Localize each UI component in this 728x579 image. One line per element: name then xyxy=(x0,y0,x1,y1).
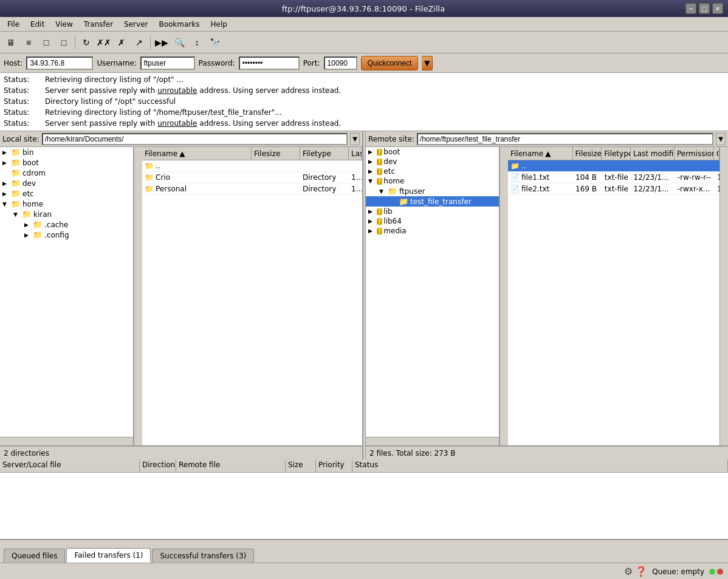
tree-arrow-etc[interactable]: ▶ xyxy=(2,191,11,197)
tree-arrow-remote-media[interactable]: ▶ xyxy=(368,228,377,234)
queue-col-size[interactable]: Size xyxy=(286,459,316,472)
menu-file[interactable]: File xyxy=(2,19,24,30)
toolbar-toggle-remote[interactable]: □ xyxy=(55,34,72,51)
menu-transfer[interactable]: Transfer xyxy=(79,19,118,30)
toolbar-syncbrowse[interactable]: ↕ xyxy=(188,34,205,51)
toolbar-sitemanager[interactable]: 🖥 xyxy=(2,34,19,51)
local-file-row-personal[interactable]: 📁 Personal Directory 12/23/19 21:41... xyxy=(142,183,362,195)
remote-tree-etc[interactable]: ▶ ? etc xyxy=(366,166,499,176)
tree-item-cdrom[interactable]: ▶ 📁 cdrom xyxy=(0,168,133,178)
tab-queued-files[interactable]: Queued files xyxy=(4,549,65,563)
tree-arrow-remote-ftpuser[interactable]: ▼ xyxy=(379,188,388,194)
menu-bookmarks[interactable]: Bookmarks xyxy=(154,19,204,30)
toolbar-filefilter[interactable]: 🔍 xyxy=(171,34,188,51)
local-col-lastmod[interactable]: Last modified xyxy=(349,147,362,160)
remote-tree-testfiletransfer[interactable]: ▼ 📁 test_file_transfer xyxy=(366,196,499,207)
remote-file-vscroll[interactable] xyxy=(719,147,728,445)
tree-arrow-remote-home[interactable]: ▼ xyxy=(368,178,377,184)
tree-arrow-remote-lib[interactable]: ▶ xyxy=(368,208,377,214)
local-col-filetype[interactable]: Filetype xyxy=(300,147,349,160)
remote-tree-label-boot: boot xyxy=(383,148,400,156)
tree-arrow-config[interactable]: ▶ xyxy=(24,232,33,238)
maximize-button[interactable]: □ xyxy=(699,3,710,14)
host-input[interactable] xyxy=(26,57,93,70)
toolbar-toggle-log[interactable]: ≡ xyxy=(20,34,37,51)
tree-item-boot[interactable]: ▶ 📁 boot xyxy=(0,157,133,168)
quickconnect-dropdown[interactable]: ▼ xyxy=(422,56,433,70)
remote-site-input[interactable] xyxy=(417,133,713,145)
local-site-dropdown[interactable]: ▼ xyxy=(350,133,360,145)
queue-col-server[interactable]: Server/Local file xyxy=(0,459,140,472)
tree-arrow-boot[interactable]: ▶ xyxy=(2,160,11,166)
menu-edit[interactable]: Edit xyxy=(26,19,49,30)
tree-item-cache[interactable]: ▶ 📁 .cache xyxy=(0,219,133,230)
tree-arrow-cache[interactable]: ▶ xyxy=(24,222,33,228)
toolbar-toggle-local[interactable]: □ xyxy=(38,34,55,51)
toolbar-dircompare[interactable]: 🔭 xyxy=(206,34,223,51)
tab-successful-transfers[interactable]: Successful transfers (3) xyxy=(152,549,254,563)
username-input[interactable] xyxy=(140,57,195,70)
local-file-row-parent[interactable]: 📁 .. xyxy=(142,160,362,172)
remote-tree-home[interactable]: ▼ ? home xyxy=(366,176,499,186)
local-site-input[interactable] xyxy=(42,133,348,145)
remote-tree-dev[interactable]: ▶ ? dev xyxy=(366,157,499,166)
toolbar-cancel-all[interactable]: ✗✗ xyxy=(95,34,112,51)
remote-tree-media[interactable]: ▶ ? media xyxy=(366,226,499,236)
quickconnect-button[interactable]: Quickconnect xyxy=(361,56,419,70)
remote-file-row-file2[interactable]: 📄 file2.txt 169 B txt-file 12/23/19 12..… xyxy=(508,183,719,195)
remote-tree-lib64[interactable]: ▶ ? lib64 xyxy=(366,216,499,226)
password-input[interactable] xyxy=(239,57,300,70)
remote-tree-boot[interactable]: ▶ ? boot xyxy=(366,147,499,157)
tree-arrow-remote-lib64[interactable]: ▶ xyxy=(368,218,377,224)
help-circle-icon[interactable]: ❓ xyxy=(635,566,647,577)
menu-server[interactable]: Server xyxy=(119,19,153,30)
tree-arrow-remote-etc[interactable]: ▶ xyxy=(368,168,377,174)
tree-item-dev[interactable]: ▶ 📁 dev xyxy=(0,178,133,188)
remote-tree-vscroll[interactable] xyxy=(500,147,508,445)
toolbar-processingqueue[interactable]: ▶▶ xyxy=(153,34,170,51)
close-button[interactable]: ✕ xyxy=(712,3,723,14)
local-tree-hscroll[interactable] xyxy=(0,437,133,445)
queue-col-status[interactable]: Status xyxy=(352,459,728,472)
tree-item-etc[interactable]: ▶ 📁 etc xyxy=(0,188,133,199)
remote-col-lastmod[interactable]: Last modified xyxy=(631,147,675,160)
tree-arrow-kiran[interactable]: ▼ xyxy=(13,211,22,218)
local-col-filesize[interactable]: Filesize xyxy=(252,147,300,160)
folder-icon-dev: 📁 xyxy=(11,179,21,188)
remote-col-filetype[interactable]: Filetype xyxy=(602,147,631,160)
queue-col-remote[interactable]: Remote file xyxy=(176,459,286,472)
settings-icon[interactable]: ⚙ xyxy=(624,566,633,577)
remote-col-filename[interactable]: Filename ▲ xyxy=(508,147,573,160)
tree-arrow-remote-boot[interactable]: ▶ xyxy=(368,149,377,155)
queue-col-direction[interactable]: Direction xyxy=(140,459,176,472)
tab-failed-transfers[interactable]: Failed transfers (1) xyxy=(66,548,151,563)
tree-item-kiran[interactable]: ▼ 📁 kiran xyxy=(0,209,133,219)
remote-col-perm[interactable]: Permission xyxy=(675,147,714,160)
tree-arrow-bin[interactable]: ▶ xyxy=(2,149,11,156)
remote-col-owner[interactable]: Owner/Gro xyxy=(714,147,719,160)
tree-arrow-dev[interactable]: ▶ xyxy=(2,180,11,187)
local-col-filename[interactable]: Filename ▲ xyxy=(142,147,252,160)
toolbar-refresh[interactable]: ↻ xyxy=(78,34,95,51)
minimize-button[interactable]: − xyxy=(685,3,696,14)
local-file-row-crio[interactable]: 📁 Crio Directory 12/24/19 10:01... xyxy=(142,172,362,183)
local-tree-vscroll[interactable] xyxy=(134,147,142,445)
menu-help[interactable]: Help xyxy=(206,19,232,30)
queue-col-priority[interactable]: Priority xyxy=(316,459,352,472)
tree-arrow-remote-dev[interactable]: ▶ xyxy=(368,159,377,165)
tree-item-bin[interactable]: ▶ 📁 bin xyxy=(0,147,133,157)
tree-item-home[interactable]: ▼ 📁 home xyxy=(0,199,133,209)
remote-file-row-parent[interactable]: 📁 .. xyxy=(508,160,719,172)
remote-tree-ftpuser[interactable]: ▼ 📁 ftpuser xyxy=(366,186,499,196)
tree-arrow-home[interactable]: ▼ xyxy=(2,201,11,207)
remote-site-dropdown[interactable]: ▼ xyxy=(716,133,726,145)
remote-tree-hscroll[interactable] xyxy=(366,437,499,445)
toolbar-reconnect[interactable]: ↗ xyxy=(131,34,148,51)
port-input[interactable] xyxy=(324,57,357,70)
remote-col-filesize[interactable]: Filesize xyxy=(573,147,602,160)
remote-file-row-file1[interactable]: 📄 file1.txt 104 B txt-file 12/23/19 22..… xyxy=(508,172,719,183)
remote-tree-lib[interactable]: ▶ ? lib xyxy=(366,207,499,216)
tree-item-config[interactable]: ▶ 📁 .config xyxy=(0,230,133,240)
toolbar-disconnect[interactable]: ✗ xyxy=(113,34,130,51)
menu-view[interactable]: View xyxy=(50,19,77,30)
